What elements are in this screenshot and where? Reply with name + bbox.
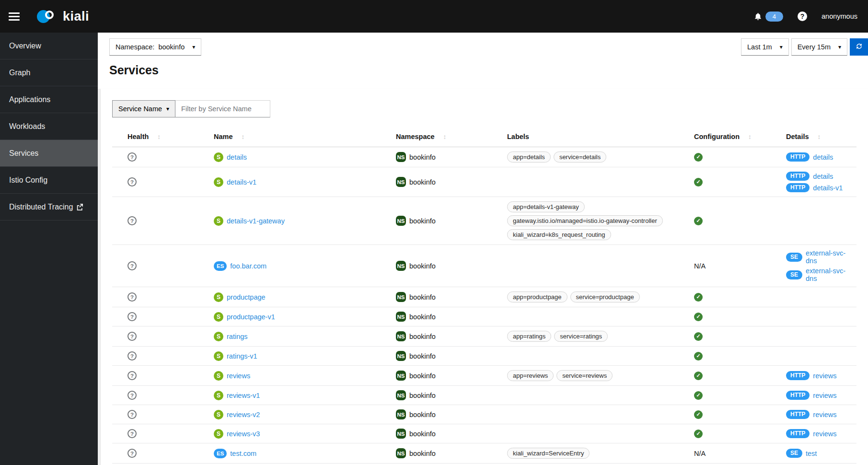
- service-name: Sdetails-v1-gateway: [214, 216, 388, 226]
- kiali-logo[interactable]: kiali: [37, 9, 89, 24]
- column-header-namespace[interactable]: Namespace↕: [392, 126, 503, 147]
- column-header-label: Namespace: [396, 133, 435, 140]
- health-unknown-icon: ?: [127, 152, 137, 162]
- valid-config-icon: ✓: [694, 332, 703, 341]
- namespace-icon: NS: [396, 390, 406, 400]
- label-chip: service=reviews: [556, 370, 613, 381]
- detail-links: HTTPreviews: [786, 371, 853, 380]
- sidebar-item-workloads[interactable]: Workloads: [0, 113, 98, 140]
- detail-link[interactable]: reviews: [813, 411, 836, 418]
- detail-link[interactable]: details: [813, 153, 833, 161]
- cell-details: HTTPreviews: [775, 366, 856, 386]
- help-icon[interactable]: ?: [798, 12, 807, 21]
- service-link[interactable]: reviews-v2: [227, 411, 260, 418]
- refresh-button[interactable]: [850, 38, 868, 56]
- detail-link[interactable]: external-svc-dns: [806, 249, 853, 265]
- detail-line: HTTPdetails: [786, 152, 853, 162]
- cell-details: [775, 197, 856, 245]
- namespace: NSbookinfo: [396, 216, 499, 226]
- service-icon: S: [214, 177, 223, 187]
- namespace: NSbookinfo: [396, 351, 499, 361]
- valid-config-icon: ✓: [694, 178, 703, 186]
- protocol-badge: HTTP: [786, 371, 810, 380]
- service-link[interactable]: ratings: [227, 333, 248, 340]
- service-name: Sproductpage-v1: [214, 312, 388, 322]
- service-icon: S: [214, 410, 223, 419]
- refresh-interval-select[interactable]: Every 15m ▾: [791, 38, 847, 56]
- service-entry-badge: SE: [786, 253, 802, 262]
- namespace-name: bookinfo: [409, 262, 436, 270]
- table-row: ?EStest.comNSbookinfokiali_wizard=Servic…: [112, 443, 856, 464]
- detail-links: HTTPdetailsHTTPdetails-v1: [786, 172, 853, 192]
- service-link[interactable]: details: [227, 153, 247, 161]
- service-entry-icon: ES: [214, 449, 227, 458]
- table-row: ?SratingsNSbookinfoapp=ratingsservice=ra…: [112, 326, 856, 347]
- column-header-name[interactable]: Name↕: [210, 126, 392, 147]
- service-icon: S: [214, 351, 223, 361]
- sidebar-item-istio-config[interactable]: Istio Config: [0, 167, 98, 194]
- cell-configuration: ✓: [682, 287, 775, 307]
- detail-link[interactable]: test: [806, 450, 817, 457]
- cell-labels: [503, 167, 682, 197]
- service-link[interactable]: foo.bar.com: [230, 262, 266, 270]
- cell-name: Sdetails: [210, 147, 392, 167]
- detail-line: HTTPreviews: [786, 371, 853, 380]
- detail-link[interactable]: reviews: [813, 392, 836, 399]
- sidebar-item-graph[interactable]: Graph: [0, 59, 98, 86]
- sidebar-item-overview[interactable]: Overview: [0, 33, 98, 59]
- service-icon: S: [214, 152, 223, 162]
- filter-input[interactable]: [175, 100, 270, 117]
- sidebar-item-distributed-tracing[interactable]: Distributed Tracing: [0, 194, 98, 221]
- notifications[interactable]: 4: [754, 12, 783, 22]
- cell-name: Sdetails-v1-gateway: [210, 197, 392, 245]
- health-unknown-icon: ?: [127, 292, 137, 302]
- service-link[interactable]: details-v1: [227, 178, 256, 186]
- detail-link[interactable]: external-svc-dns: [806, 267, 853, 282]
- sidebar-item-services[interactable]: Services: [0, 140, 98, 167]
- detail-line: HTTPreviews: [786, 391, 853, 400]
- namespace-name: bookinfo: [409, 333, 436, 340]
- health-unknown-icon: ?: [127, 216, 137, 225]
- username[interactable]: anonymous: [822, 12, 857, 20]
- service-link[interactable]: reviews-v3: [227, 430, 260, 438]
- cell-configuration: ✓: [682, 366, 775, 386]
- hamburger-menu-icon[interactable]: [9, 12, 20, 21]
- filter-type-button[interactable]: Service Name ▾: [112, 100, 175, 117]
- duration-select[interactable]: Last 1m ▾: [741, 38, 789, 56]
- service-icon: S: [214, 429, 223, 439]
- detail-links: SEexternal-svc-dnsSEexternal-svc-dns: [786, 249, 853, 282]
- cell-configuration: ✓: [682, 405, 775, 424]
- detail-link[interactable]: reviews: [813, 430, 836, 438]
- service-link[interactable]: details-v1-gateway: [227, 217, 285, 225]
- service-link[interactable]: reviews: [227, 372, 250, 380]
- services-card: Service Name ▾ Health↕Name↕Namespace↕Lab…: [101, 89, 868, 465]
- cell-health: ?: [112, 443, 210, 464]
- table-row: ?Sdetails-v1NSbookinfo✓HTTPdetailsHTTPde…: [112, 167, 856, 197]
- cell-name: Sratings-v1: [210, 347, 392, 366]
- page-title: Services: [109, 63, 868, 77]
- service-link[interactable]: test.com: [230, 450, 256, 457]
- column-header-health[interactable]: Health↕: [112, 126, 210, 147]
- service-link[interactable]: productpage: [227, 293, 266, 301]
- cell-name: Sreviews-v1: [210, 386, 392, 405]
- protocol-badge: HTTP: [786, 152, 810, 162]
- sidebar-item-label: Services: [9, 149, 38, 158]
- cell-details: [775, 307, 856, 326]
- column-header-configuration[interactable]: Configuration↕: [682, 126, 775, 147]
- service-link[interactable]: reviews-v1: [227, 392, 260, 399]
- notification-count-badge: 4: [765, 12, 783, 22]
- sidebar-item-label: Overview: [9, 42, 41, 50]
- sidebar-item-applications[interactable]: Applications: [0, 86, 98, 113]
- service-link[interactable]: ratings-v1: [227, 352, 257, 360]
- column-header-details[interactable]: Details↕: [775, 126, 856, 147]
- cell-namespace: NSbookinfo: [392, 147, 503, 167]
- service-name: Sratings-v1: [214, 351, 388, 361]
- detail-link[interactable]: details-v1: [813, 184, 843, 192]
- health-unknown-icon: ?: [127, 261, 137, 270]
- namespace-select[interactable]: Namespace: bookinfo ▾: [109, 38, 201, 56]
- detail-link[interactable]: reviews: [813, 372, 836, 380]
- service-link[interactable]: productpage-v1: [227, 313, 275, 321]
- detail-link[interactable]: details: [813, 173, 833, 180]
- table-row: ?Sreviews-v3NSbookinfo✓HTTPreviews: [112, 424, 856, 443]
- detail-links: HTTPreviews: [786, 429, 853, 438]
